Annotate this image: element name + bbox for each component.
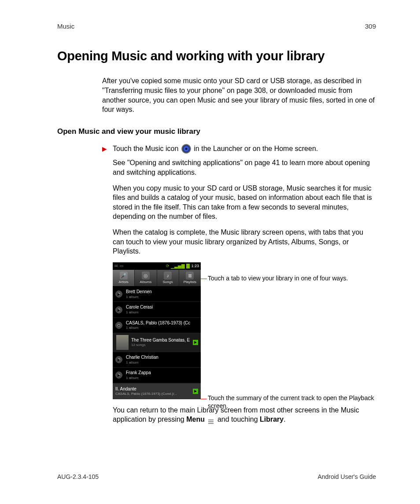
battery-icon: [186, 264, 190, 269]
page-header: Music 309: [57, 22, 376, 31]
expand-icon: ▶: [115, 291, 122, 298]
tab-songs[interactable]: ♪Songs: [157, 270, 179, 286]
paragraph-see: See "Opening and switching applications"…: [113, 158, 376, 177]
footer-right: Android User's Guide: [317, 473, 376, 481]
tab-albums[interactable]: ◎Albums: [135, 270, 157, 286]
list-icon: ≣: [186, 272, 194, 280]
signal-icon: ▁▃▅▇: [171, 263, 185, 269]
album-art: [116, 335, 129, 350]
mic-icon: 🎤: [120, 272, 128, 280]
expand-icon: ▶: [115, 306, 122, 313]
menu-icon: [208, 417, 214, 423]
expand-icon: ▶: [115, 372, 122, 379]
footer-left: AUG-2.3.4-105: [57, 473, 99, 481]
header-page-number: 309: [365, 22, 376, 31]
header-section: Music: [57, 22, 74, 31]
callout-line: [201, 279, 207, 280]
tab-playlists[interactable]: ≣Playlists: [179, 270, 201, 286]
page-title: Opening Music and working with your libr…: [57, 48, 376, 65]
svg-point-3: [185, 148, 187, 150]
list-item[interactable]: ▶ Charlie Christian1 album: [113, 352, 201, 368]
sync-icon: ⟳: [166, 263, 169, 269]
list-item[interactable]: ▾ CASALS, Pablo (1876-1973) (Cc1 album: [113, 318, 201, 333]
callout-nowplaying: Touch the summary of the current track t…: [208, 394, 376, 410]
step-text-pre: Touch the Music icon: [113, 145, 181, 152]
page-footer: AUG-2.3.4-105 Android User's Guide: [57, 473, 376, 481]
tab-artists[interactable]: 🎤Artists: [113, 270, 135, 286]
intro-paragraph: After you've copied some music onto your…: [102, 76, 376, 114]
status-bar: ✉▭ ⟳ ▁▃▅▇ 1:23: [113, 262, 201, 270]
play-icon[interactable]: ▶: [193, 340, 198, 345]
note-icon: ♪: [164, 272, 172, 280]
mail-icon: ✉: [114, 263, 118, 269]
callout-line: [201, 399, 207, 400]
step-line: ▶ Touch the Music icon in the Launcher o…: [113, 144, 376, 154]
tab-bar: 🎤Artists ◎Albums ♪Songs ≣Playlists: [113, 270, 201, 287]
music-app-icon: [181, 144, 191, 154]
bullet-icon: ▶: [102, 145, 107, 153]
album-row[interactable]: The Three Gamba Sonatas, E12 songs ▶: [113, 333, 201, 352]
phone-screenshot: ✉▭ ⟳ ▁▃▅▇ 1:23 🎤Artists ◎Albums ♪Songs ≣…: [113, 262, 201, 399]
list-item[interactable]: ▶ Frank Zappa1 album: [113, 368, 201, 383]
now-playing-bar[interactable]: II. AndanteCASALS, Pablo (1876-1973) (Co…: [113, 383, 201, 399]
collapse-icon: ▾: [115, 322, 122, 329]
list-item[interactable]: ▶ Brett Dennen1 album: [113, 287, 201, 302]
disc-icon: ◎: [142, 272, 150, 280]
window-icon: ▭: [120, 263, 124, 269]
list-item[interactable]: ▶ Carole Cerasi1 album: [113, 302, 201, 317]
paragraph-catalog: When the catalog is complete, the Music …: [113, 228, 376, 256]
paragraph-copy: When you copy music to your SD card or U…: [113, 184, 376, 221]
expand-icon: ▶: [115, 356, 122, 363]
phone-figure: ✉▭ ⟳ ▁▃▅▇ 1:23 🎤Artists ◎Albums ♪Songs ≣…: [113, 262, 376, 399]
callout-tabs: Touch a tab to view your library in one …: [208, 274, 348, 282]
play-icon[interactable]: ▶: [193, 389, 198, 394]
status-time: 1:23: [191, 263, 199, 269]
step-text-post: in the Launcher or on the Home screen.: [194, 145, 318, 152]
section-heading: Open Music and view your music library: [57, 127, 376, 137]
